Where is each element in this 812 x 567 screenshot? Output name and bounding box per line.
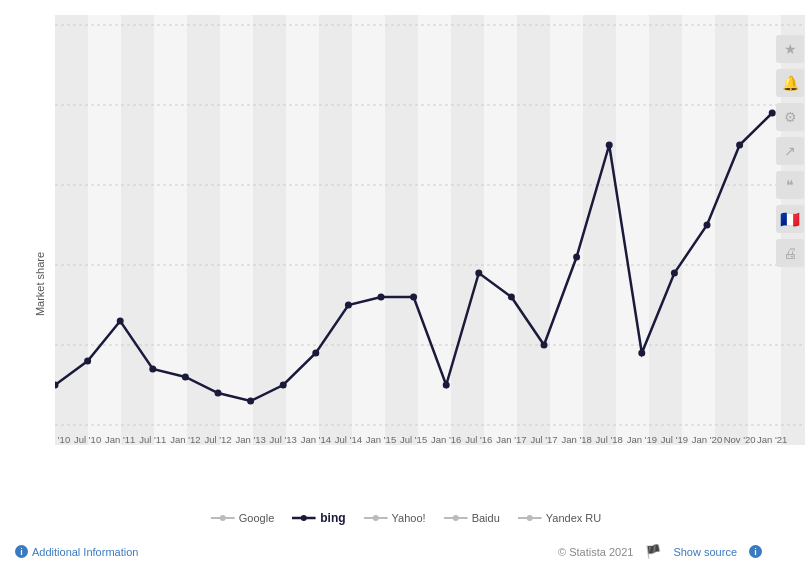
flag-icon: 🏴 (645, 544, 661, 559)
chart-container: Market share (0, 0, 812, 567)
svg-text:Jan '12: Jan '12 (170, 434, 200, 445)
google-legend-line (211, 513, 235, 523)
svg-rect-4 (121, 15, 154, 445)
share-icon[interactable]: ↗ (776, 137, 804, 165)
legend-item-baidu: Baidu (444, 512, 500, 524)
legend-item-yahoo: Yahoo! (364, 512, 426, 524)
footer-right: © Statista 2021 🏴 Show source i (558, 544, 762, 559)
svg-text:Jul '19: Jul '19 (661, 434, 688, 445)
yandex-legend-line (518, 513, 542, 523)
svg-rect-18 (583, 15, 616, 445)
bing-dot (736, 142, 743, 149)
bing-dot (247, 398, 254, 405)
chart-svg: 8% 7% 6% 5% 4% 3% Jan '10 Ju (55, 15, 805, 445)
svg-text:Jan '14: Jan '14 (301, 434, 331, 445)
bing-dot (704, 222, 711, 229)
svg-text:Jan '13: Jan '13 (235, 434, 265, 445)
additional-info-button[interactable]: i Additional Information (15, 545, 138, 558)
svg-text:Jul '13: Jul '13 (270, 434, 297, 445)
bing-dot (149, 366, 156, 373)
additional-info-label: Additional Information (32, 546, 138, 558)
bing-dot (769, 110, 776, 117)
legend: Google bing Yahoo! Baidu (211, 511, 601, 525)
svg-text:Jul '10: Jul '10 (74, 434, 101, 445)
svg-text:Jul '12: Jul '12 (204, 434, 231, 445)
svg-rect-16 (517, 15, 550, 445)
svg-text:Nov '20: Nov '20 (724, 434, 756, 445)
svg-text:Jul '14: Jul '14 (335, 434, 362, 445)
notification-icon[interactable]: 🔔 (776, 69, 804, 97)
bing-dot (84, 358, 91, 365)
svg-rect-13 (418, 15, 451, 445)
bing-dot (280, 382, 287, 389)
svg-rect-11 (352, 15, 385, 445)
baidu-legend-line (444, 513, 468, 523)
svg-rect-17 (550, 15, 583, 445)
bing-dot (410, 294, 417, 301)
svg-rect-3 (88, 15, 121, 445)
bing-dot (606, 142, 613, 149)
legend-label-yahoo: Yahoo! (392, 512, 426, 524)
svg-rect-15 (484, 15, 517, 445)
y-axis-label: Market share (34, 251, 46, 315)
svg-text:Jan '11: Jan '11 (105, 434, 135, 445)
svg-text:Jan '19: Jan '19 (627, 434, 657, 445)
svg-text:Jan '18: Jan '18 (561, 434, 591, 445)
svg-text:Jan '15: Jan '15 (366, 434, 396, 445)
language-flag-icon[interactable]: 🇫🇷 (776, 205, 804, 233)
svg-point-63 (301, 515, 307, 521)
legend-item-bing: bing (292, 511, 345, 525)
svg-text:Jul '15: Jul '15 (400, 434, 427, 445)
bing-dot (117, 318, 124, 325)
bing-dot (312, 350, 319, 357)
settings-icon[interactable]: ⚙ (776, 103, 804, 131)
bing-dot (508, 294, 515, 301)
bing-dot (475, 270, 482, 277)
legend-label-google: Google (239, 512, 274, 524)
legend-label-baidu: Baidu (472, 512, 500, 524)
svg-text:Jul '18: Jul '18 (596, 434, 623, 445)
legend-label-yandex: Yandex RU (546, 512, 601, 524)
svg-rect-7 (220, 15, 253, 445)
bing-dot (378, 294, 385, 301)
svg-rect-14 (451, 15, 484, 445)
legend-item-google: Google (211, 512, 274, 524)
svg-point-65 (373, 515, 379, 521)
print-icon[interactable]: 🖨 (776, 239, 804, 267)
svg-text:Jul '17: Jul '17 (530, 434, 557, 445)
bing-dot (638, 350, 645, 357)
svg-rect-21 (682, 15, 715, 445)
svg-text:Jul '11: Jul '11 (139, 434, 166, 445)
source-info-icon: i (749, 545, 762, 558)
show-source-button[interactable]: Show source (673, 546, 737, 558)
svg-text:Jan '10: Jan '10 (55, 434, 70, 445)
svg-text:Jan '20: Jan '20 (692, 434, 722, 445)
svg-rect-5 (154, 15, 187, 445)
svg-rect-19 (616, 15, 649, 445)
svg-rect-20 (649, 15, 682, 445)
bing-dot (671, 270, 678, 277)
quote-icon[interactable]: ❝ (776, 171, 804, 199)
svg-point-69 (527, 515, 533, 521)
svg-rect-9 (286, 15, 319, 445)
bing-dot (345, 302, 352, 309)
svg-rect-22 (715, 15, 748, 445)
bing-legend-line (292, 513, 316, 523)
copyright-label: © Statista 2021 (558, 546, 633, 558)
svg-text:Jan '16: Jan '16 (431, 434, 461, 445)
svg-text:Jul '16: Jul '16 (465, 434, 492, 445)
svg-rect-12 (385, 15, 418, 445)
bing-dot (215, 390, 222, 397)
bing-dot (541, 342, 548, 349)
bing-dot (443, 382, 450, 389)
svg-rect-10 (319, 15, 352, 445)
info-icon: i (15, 545, 28, 558)
footer: i Additional Information © Statista 2021… (15, 544, 762, 559)
svg-text:Jan '21: Jan '21 (757, 434, 787, 445)
yahoo-legend-line (364, 513, 388, 523)
bookmark-icon[interactable]: ★ (776, 35, 804, 63)
bing-dot (182, 374, 189, 381)
sidebar-icons: ★ 🔔 ⚙ ↗ ❝ 🇫🇷 🖨 (776, 35, 804, 267)
svg-text:Jan '17: Jan '17 (496, 434, 526, 445)
svg-rect-8 (253, 15, 286, 445)
